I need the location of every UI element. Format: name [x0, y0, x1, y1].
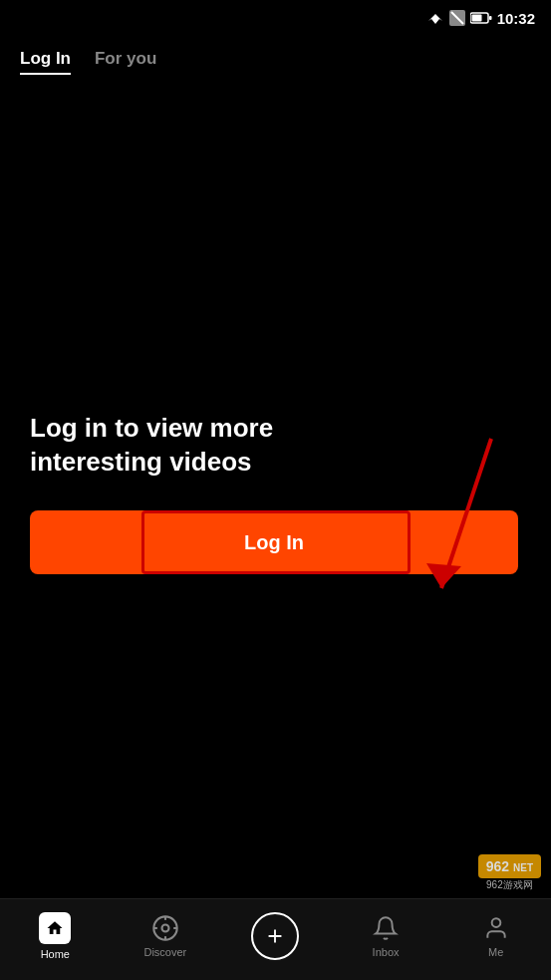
battery-icon [470, 12, 492, 24]
nav-label-profile: Me [488, 946, 503, 958]
wifi-icon [426, 11, 444, 25]
main-content: Log in to view more interesting videos L… [0, 86, 551, 900]
status-bar: 10:32 [0, 0, 551, 36]
add-icon [251, 912, 299, 960]
nav-label-home: Home [41, 948, 70, 960]
nav-label-discover: Discover [143, 946, 186, 958]
nav-label-inbox: Inbox [373, 946, 400, 958]
discover-icon [151, 914, 179, 942]
nav-item-inbox[interactable]: Inbox [331, 914, 441, 958]
nav-item-profile[interactable]: Me [440, 914, 551, 958]
tab-for-you[interactable]: For you [95, 49, 156, 73]
svg-point-10 [161, 924, 168, 931]
nav-item-add[interactable] [220, 912, 331, 960]
home-icon [39, 912, 71, 944]
login-button[interactable]: Log In [30, 510, 518, 574]
watermark-brand: 962 NET [478, 854, 541, 878]
nav-item-discover[interactable]: Discover [111, 914, 221, 958]
svg-rect-5 [471, 15, 481, 22]
nav-item-home[interactable]: Home [0, 912, 111, 960]
svg-rect-6 [489, 16, 492, 20]
promo-text: Log in to view more interesting videos [30, 412, 349, 480]
bottom-nav: Home Discover [0, 898, 551, 980]
profile-icon [482, 914, 510, 942]
status-time: 10:32 [497, 10, 535, 27]
status-icons: 10:32 [426, 10, 535, 27]
login-button-container: Log In [30, 510, 521, 574]
svg-point-15 [491, 918, 500, 927]
watermark-domain: 962游戏网 [478, 878, 541, 892]
tab-login[interactable]: Log In [20, 49, 71, 73]
inbox-icon [372, 914, 400, 942]
tabs-container: Log In For you [0, 36, 551, 86]
signal-icon [449, 10, 465, 26]
watermark: 962 NET 962游戏网 [478, 854, 541, 892]
